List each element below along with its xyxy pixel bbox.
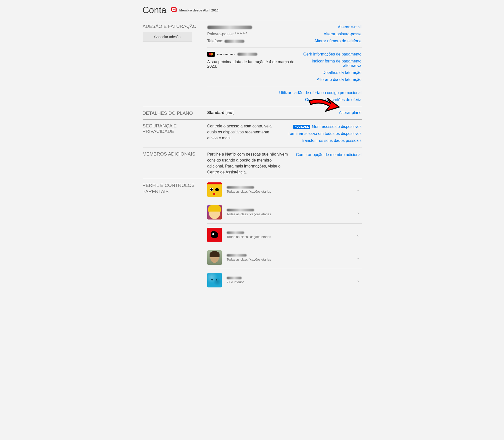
profile-name (227, 209, 351, 211)
mastercard-icon (207, 52, 215, 57)
profile-rating: Todas as classificações etárias (227, 258, 351, 261)
member-since-text: Membro desde Abril 2016 (179, 8, 219, 12)
hd-badge: HD (226, 111, 234, 115)
profile-rating: Todas as classificações etárias (227, 235, 351, 239)
email-value (207, 24, 307, 31)
password-value: ******** (235, 32, 247, 36)
avatar (207, 250, 222, 265)
profile-row[interactable]: Todas as classificações etárias ⌄ (207, 223, 362, 246)
chevron-down-icon: ⌄ (356, 277, 360, 283)
chevron-down-icon: ⌄ (356, 210, 360, 215)
profile-row[interactable]: Todas as classificações etárias ⌄ (207, 182, 362, 201)
change-billing-day-link[interactable]: Alterar o dia da faturação (303, 76, 362, 83)
avatar (207, 228, 222, 242)
page-header: Conta Membro desde Abril 2016 (143, 5, 362, 20)
signout-all-link[interactable]: Terminar sessão em todos os dispositivos (288, 130, 361, 137)
payment-card-row: •••• •••• •••• (207, 51, 296, 58)
avatar (207, 273, 222, 287)
novidade-badge: NOVIDADE (293, 125, 310, 129)
profile-name (227, 277, 351, 279)
plan-name-text: Standard (207, 110, 224, 115)
plan-name: Standard HD (207, 110, 234, 115)
transfer-data-link[interactable]: Transferir os seus dados pessoais (288, 137, 361, 144)
manage-access-link[interactable]: Gerir acessos e dispositivos (312, 124, 361, 129)
chevron-down-icon: ⌄ (356, 232, 360, 238)
chevron-down-icon: ⌄ (356, 187, 360, 192)
section-extra-members-label: MEMBROS ADICIONAIS (143, 151, 207, 175)
section-membership: ADESÃO E FATURAÇÃO Cancelar adesão Palav… (143, 20, 362, 107)
phone-value (224, 40, 244, 43)
profile-name (227, 186, 351, 189)
buy-extra-member-link[interactable]: Comprar opção de membro adicional (296, 151, 361, 158)
extra-members-desc-suffix: . (246, 170, 247, 174)
extra-members-desc-prefix: Partilhe a Netflix com pessoas que não v… (207, 152, 288, 168)
section-plan: DETALHES DO PLANO Standard HD Alterar pl… (143, 107, 362, 119)
password-label: Palavra-passe: (207, 32, 235, 36)
redeem-gift-link[interactable]: Utilizar cartão de oferta ou código prom… (279, 89, 362, 96)
profile-rating: 7+ e inferior (227, 280, 351, 284)
section-extra-members: MEMBROS ADICIONAIS Partilhe a Netflix co… (143, 148, 362, 179)
change-plan-link[interactable]: Alterar plano (339, 110, 362, 115)
next-billing-text: A sua próxima data de faturação é 4 de m… (207, 58, 296, 71)
password-row: Palavra-passe: ******** (207, 31, 307, 38)
member-since-badge: Membro desde Abril 2016 (171, 6, 219, 14)
manage-payment-link[interactable]: Gerir informações de pagamento (303, 51, 362, 58)
avatar (207, 205, 222, 220)
section-security: SEGURANÇA E PRIVACIDADE Controle o acess… (143, 120, 362, 148)
where-buy-gift-link[interactable]: Onde comprar cartões de oferta (279, 96, 362, 103)
section-security-label: SEGURANÇA E PRIVACIDADE (143, 123, 207, 144)
chevron-down-icon: ⌄ (356, 255, 360, 260)
avatar (207, 182, 222, 197)
billing-details-link[interactable]: Detalhes da faturação (303, 69, 362, 76)
profile-name (227, 231, 351, 234)
profile-row[interactable]: Todas as classificações etárias ⌄ (207, 246, 362, 269)
section-membership-label: ADESÃO E FATURAÇÃO (143, 24, 197, 29)
profile-row[interactable]: 7+ e inferior ⌄ (207, 269, 362, 291)
extra-members-description: Partilhe a Netflix com pessoas que não v… (207, 151, 289, 175)
phone-label: Telefone: (207, 39, 224, 43)
profile-row[interactable]: Todas as classificações etárias ⌄ (207, 201, 362, 223)
change-phone-link[interactable]: Alterar número de telefone (314, 38, 361, 45)
profile-rating: Todas as classificações etárias (227, 212, 351, 216)
profile-rating: Todas as classificações etárias (227, 190, 351, 193)
page-title: Conta (143, 5, 167, 15)
cancel-membership-button[interactable]: Cancelar adesão (143, 32, 192, 42)
section-profiles-label: PERFIL E CONTROLOS PARENTAIS (143, 182, 207, 291)
security-description: Controle o acesso a esta conta, veja qua… (207, 123, 280, 141)
change-password-link[interactable]: Alterar palavra-passe (314, 31, 361, 38)
phone-row: Telefone: (207, 38, 307, 45)
card-masked-digits: •••• •••• •••• (217, 53, 235, 56)
help-center-link[interactable]: Centro de Assistência (207, 170, 246, 174)
section-plan-label: DETALHES DO PLANO (143, 110, 207, 116)
card-last-digits (237, 53, 257, 56)
profile-name (227, 254, 351, 257)
alt-payment-link[interactable]: Indicar forma de pagamento alternativa (307, 58, 362, 69)
member-since-icon (171, 6, 177, 14)
section-profiles: PERFIL E CONTROLOS PARENTAIS Todas as cl… (143, 179, 362, 295)
change-email-link[interactable]: Alterar e-mail (314, 24, 361, 31)
